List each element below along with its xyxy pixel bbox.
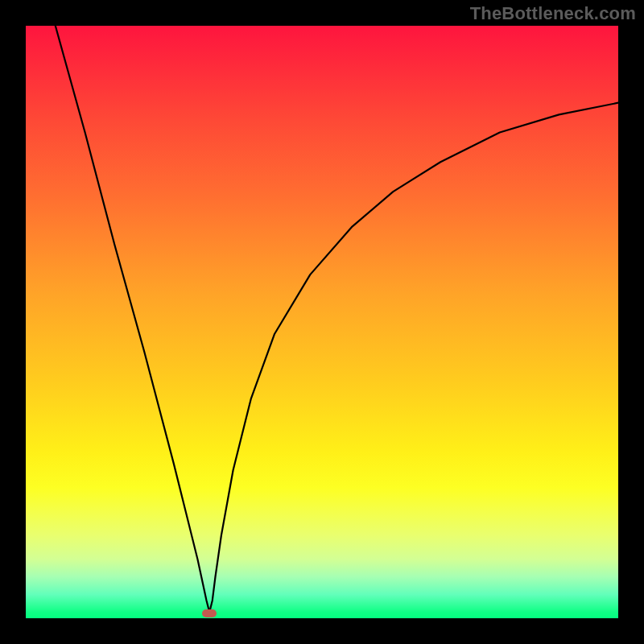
chart-frame: TheBottleneck.com (0, 0, 644, 644)
curve-path (56, 26, 618, 613)
bottleneck-curve (26, 26, 618, 618)
plot-area (26, 26, 618, 618)
minimum-marker (202, 609, 217, 617)
watermark-text: TheBottleneck.com (470, 3, 636, 24)
